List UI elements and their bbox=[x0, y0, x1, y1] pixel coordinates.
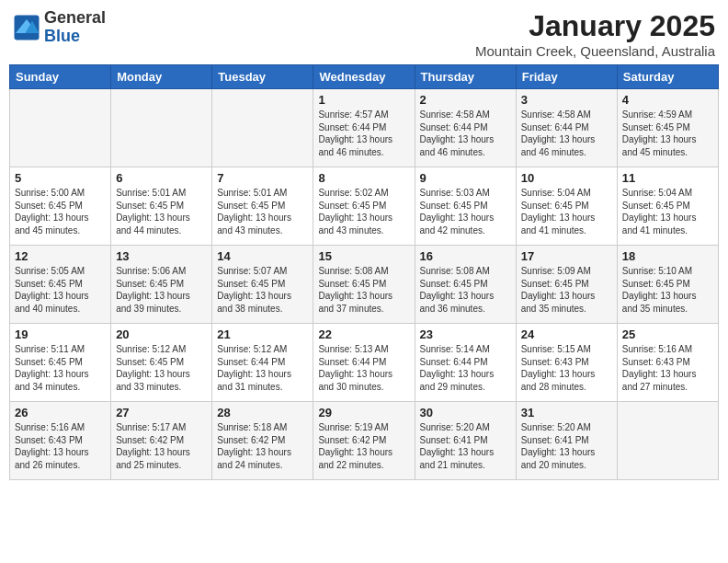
calendar-cell: 11Sunrise: 5:04 AM Sunset: 6:45 PM Dayli… bbox=[617, 167, 718, 246]
day-content: Sunrise: 5:04 AM Sunset: 6:45 PM Dayligh… bbox=[622, 187, 713, 236]
calendar-cell: 30Sunrise: 5:20 AM Sunset: 6:41 PM Dayli… bbox=[415, 402, 516, 480]
day-number: 7 bbox=[217, 171, 308, 185]
day-content: Sunrise: 5:15 AM Sunset: 6:43 PM Dayligh… bbox=[521, 343, 612, 393]
day-content: Sunrise: 5:19 AM Sunset: 6:42 PM Dayligh… bbox=[318, 421, 409, 471]
day-number: 26 bbox=[15, 406, 106, 419]
day-number: 20 bbox=[116, 327, 207, 341]
weekday-header-thursday: Thursday bbox=[415, 65, 516, 89]
day-content: Sunrise: 5:13 AM Sunset: 6:44 PM Dayligh… bbox=[318, 343, 409, 393]
day-number: 17 bbox=[521, 249, 612, 263]
day-number: 28 bbox=[217, 406, 308, 419]
weekday-header-sunday: Sunday bbox=[10, 65, 111, 89]
day-content: Sunrise: 4:58 AM Sunset: 6:44 PM Dayligh… bbox=[521, 109, 612, 158]
calendar-table: SundayMondayTuesdayWednesdayThursdayFrid… bbox=[9, 64, 719, 480]
day-content: Sunrise: 5:03 AM Sunset: 6:45 PM Dayligh… bbox=[420, 187, 511, 236]
calendar-cell: 5Sunrise: 5:00 AM Sunset: 6:45 PM Daylig… bbox=[10, 167, 111, 246]
calendar-week-4: 19Sunrise: 5:11 AM Sunset: 6:45 PM Dayli… bbox=[10, 324, 719, 402]
location-title: Mountain Creek, Queensland, Australia bbox=[475, 43, 715, 59]
calendar-cell: 12Sunrise: 5:05 AM Sunset: 6:45 PM Dayli… bbox=[10, 246, 111, 324]
day-number: 24 bbox=[521, 327, 612, 341]
day-number: 23 bbox=[420, 327, 511, 341]
calendar-week-5: 26Sunrise: 5:16 AM Sunset: 6:43 PM Dayli… bbox=[10, 402, 719, 480]
calendar-cell: 13Sunrise: 5:06 AM Sunset: 6:45 PM Dayli… bbox=[111, 246, 212, 324]
day-content: Sunrise: 5:05 AM Sunset: 6:45 PM Dayligh… bbox=[15, 265, 106, 315]
day-content: Sunrise: 5:16 AM Sunset: 6:43 PM Dayligh… bbox=[622, 343, 713, 393]
calendar-cell: 21Sunrise: 5:12 AM Sunset: 6:44 PM Dayli… bbox=[212, 324, 313, 402]
day-content: Sunrise: 5:17 AM Sunset: 6:42 PM Dayligh… bbox=[116, 421, 207, 471]
day-content: Sunrise: 5:08 AM Sunset: 6:45 PM Dayligh… bbox=[420, 265, 511, 315]
day-number: 12 bbox=[15, 249, 106, 263]
day-number: 14 bbox=[217, 249, 308, 263]
day-content: Sunrise: 5:20 AM Sunset: 6:41 PM Dayligh… bbox=[521, 421, 612, 471]
day-number: 13 bbox=[116, 249, 207, 263]
calendar-cell: 6Sunrise: 5:01 AM Sunset: 6:45 PM Daylig… bbox=[111, 167, 212, 246]
day-number: 4 bbox=[622, 93, 713, 107]
weekday-header-wednesday: Wednesday bbox=[313, 65, 415, 89]
day-content: Sunrise: 5:10 AM Sunset: 6:45 PM Dayligh… bbox=[622, 265, 713, 315]
calendar-cell: 28Sunrise: 5:18 AM Sunset: 6:42 PM Dayli… bbox=[212, 402, 313, 480]
calendar-cell: 31Sunrise: 5:20 AM Sunset: 6:41 PM Dayli… bbox=[516, 402, 617, 480]
day-number: 29 bbox=[318, 406, 409, 419]
weekday-header-saturday: Saturday bbox=[617, 65, 718, 89]
day-number: 5 bbox=[15, 171, 106, 185]
calendar-cell: 27Sunrise: 5:17 AM Sunset: 6:42 PM Dayli… bbox=[111, 402, 212, 480]
day-number: 31 bbox=[521, 406, 612, 419]
calendar-cell: 24Sunrise: 5:15 AM Sunset: 6:43 PM Dayli… bbox=[516, 324, 617, 402]
day-content: Sunrise: 5:01 AM Sunset: 6:45 PM Dayligh… bbox=[217, 187, 308, 236]
logo-blue: Blue bbox=[44, 28, 106, 46]
day-number: 30 bbox=[420, 406, 511, 419]
day-number: 19 bbox=[15, 327, 106, 341]
day-number: 8 bbox=[318, 171, 409, 185]
calendar-cell: 23Sunrise: 5:14 AM Sunset: 6:44 PM Dayli… bbox=[415, 324, 516, 402]
day-number: 27 bbox=[116, 406, 207, 419]
day-number: 10 bbox=[521, 171, 612, 185]
day-number: 15 bbox=[318, 249, 409, 263]
calendar-week-3: 12Sunrise: 5:05 AM Sunset: 6:45 PM Dayli… bbox=[10, 246, 719, 324]
calendar-cell: 10Sunrise: 5:04 AM Sunset: 6:45 PM Dayli… bbox=[516, 167, 617, 246]
calendar-cell bbox=[111, 89, 212, 167]
calendar-cell bbox=[10, 89, 111, 167]
page-header: General Blue January 2025 Mountain Creek… bbox=[9, 9, 719, 59]
calendar-cell: 16Sunrise: 5:08 AM Sunset: 6:45 PM Dayli… bbox=[415, 246, 516, 324]
day-number: 9 bbox=[420, 171, 511, 185]
day-content: Sunrise: 5:18 AM Sunset: 6:42 PM Dayligh… bbox=[217, 421, 308, 471]
calendar-cell: 9Sunrise: 5:03 AM Sunset: 6:45 PM Daylig… bbox=[415, 167, 516, 246]
day-content: Sunrise: 5:02 AM Sunset: 6:45 PM Dayligh… bbox=[318, 187, 409, 236]
day-content: Sunrise: 5:12 AM Sunset: 6:45 PM Dayligh… bbox=[116, 343, 207, 393]
calendar-week-2: 5Sunrise: 5:00 AM Sunset: 6:45 PM Daylig… bbox=[10, 167, 719, 246]
calendar-cell: 25Sunrise: 5:16 AM Sunset: 6:43 PM Dayli… bbox=[617, 324, 718, 402]
calendar-cell: 7Sunrise: 5:01 AM Sunset: 6:45 PM Daylig… bbox=[212, 167, 313, 246]
calendar-cell: 2Sunrise: 4:58 AM Sunset: 6:44 PM Daylig… bbox=[415, 89, 516, 167]
day-number: 6 bbox=[116, 171, 207, 185]
day-content: Sunrise: 5:16 AM Sunset: 6:43 PM Dayligh… bbox=[15, 421, 106, 471]
day-number: 16 bbox=[420, 249, 511, 263]
day-number: 21 bbox=[217, 327, 308, 341]
calendar-cell bbox=[617, 402, 718, 480]
day-content: Sunrise: 5:04 AM Sunset: 6:45 PM Dayligh… bbox=[521, 187, 612, 236]
day-content: Sunrise: 5:11 AM Sunset: 6:45 PM Dayligh… bbox=[15, 343, 106, 393]
logo-text: General Blue bbox=[44, 9, 106, 46]
day-content: Sunrise: 5:12 AM Sunset: 6:44 PM Dayligh… bbox=[217, 343, 308, 393]
calendar-cell: 29Sunrise: 5:19 AM Sunset: 6:42 PM Dayli… bbox=[313, 402, 415, 480]
day-content: Sunrise: 5:00 AM Sunset: 6:45 PM Dayligh… bbox=[15, 187, 106, 236]
logo-icon bbox=[13, 14, 40, 41]
day-content: Sunrise: 4:59 AM Sunset: 6:45 PM Dayligh… bbox=[622, 109, 713, 158]
weekday-header-row: SundayMondayTuesdayWednesdayThursdayFrid… bbox=[10, 65, 719, 89]
day-number: 22 bbox=[318, 327, 409, 341]
weekday-header-friday: Friday bbox=[516, 65, 617, 89]
calendar-cell: 22Sunrise: 5:13 AM Sunset: 6:44 PM Dayli… bbox=[313, 324, 415, 402]
calendar-cell: 14Sunrise: 5:07 AM Sunset: 6:45 PM Dayli… bbox=[212, 246, 313, 324]
day-content: Sunrise: 5:20 AM Sunset: 6:41 PM Dayligh… bbox=[420, 421, 511, 471]
calendar-cell: 26Sunrise: 5:16 AM Sunset: 6:43 PM Dayli… bbox=[10, 402, 111, 480]
day-number: 18 bbox=[622, 249, 713, 263]
day-content: Sunrise: 5:14 AM Sunset: 6:44 PM Dayligh… bbox=[420, 343, 511, 393]
day-number: 3 bbox=[521, 93, 612, 107]
day-content: Sunrise: 4:57 AM Sunset: 6:44 PM Dayligh… bbox=[318, 109, 409, 158]
month-title: January 2025 bbox=[475, 9, 715, 43]
weekday-header-monday: Monday bbox=[111, 65, 212, 89]
calendar-cell: 8Sunrise: 5:02 AM Sunset: 6:45 PM Daylig… bbox=[313, 167, 415, 246]
weekday-header-tuesday: Tuesday bbox=[212, 65, 313, 89]
calendar-cell: 17Sunrise: 5:09 AM Sunset: 6:45 PM Dayli… bbox=[516, 246, 617, 324]
day-content: Sunrise: 5:07 AM Sunset: 6:45 PM Dayligh… bbox=[217, 265, 308, 315]
calendar-cell: 20Sunrise: 5:12 AM Sunset: 6:45 PM Dayli… bbox=[111, 324, 212, 402]
